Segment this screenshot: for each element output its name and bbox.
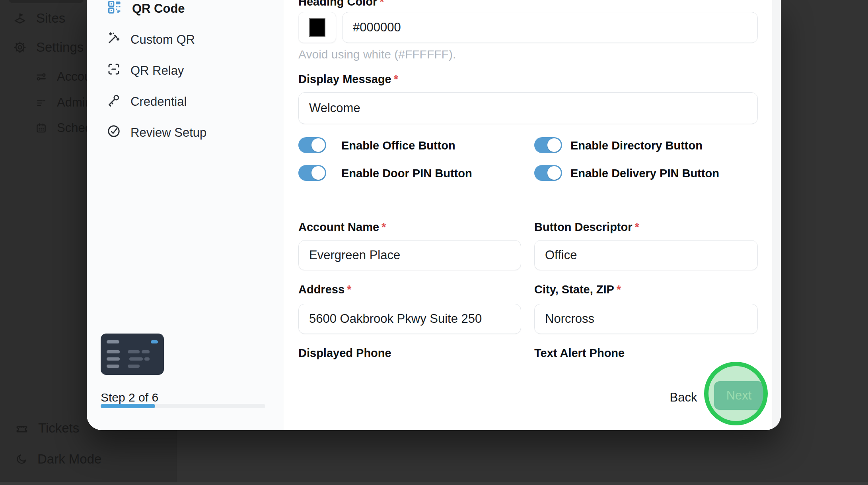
display-message-label: Display Message* (298, 73, 398, 86)
step-counter: Step 2 of 6 (101, 391, 158, 404)
key-icon (107, 93, 121, 111)
thumb-accent-pill (151, 340, 158, 343)
heading-color-hint: Avoid using white (#FFFFFF). (298, 48, 456, 61)
sidebar-item-accounts[interactable]: Accou (35, 65, 91, 89)
address-label: Address* (298, 283, 351, 296)
filter-lines-icon (35, 97, 47, 109)
wizard-step-label: QR Code (132, 2, 185, 16)
wizard-progress-bar (101, 404, 265, 408)
heading-color-swatch[interactable] (298, 12, 336, 43)
sidebar-item-dark-mode[interactable]: Dark Mode (15, 447, 101, 471)
sidebar-item-label: Sites (36, 11, 65, 26)
toggle-knob (547, 138, 561, 152)
displayed-phone-label: Displayed Phone (298, 347, 391, 360)
required-asterisk: * (635, 221, 639, 233)
thumb-line (107, 357, 120, 361)
sidebar-item-administration[interactable]: Admini (35, 91, 95, 114)
screen: Sites Settings Accou (0, 0, 868, 485)
thumb-line (107, 340, 119, 343)
ticket-icon (15, 421, 29, 435)
step-preview-thumbnail (101, 334, 164, 375)
account-name-label: Account Name* (298, 221, 386, 234)
heading-color-label: Heading Color* (298, 0, 384, 8)
enable-door-pin-toggle[interactable] (298, 165, 326, 181)
sidebar-item-settings[interactable]: Settings (13, 35, 84, 59)
qr-code-icon (107, 0, 123, 18)
required-asterisk: * (394, 73, 398, 85)
enable-directory-toggle[interactable] (534, 137, 562, 153)
setup-wizard-modal: QR Code Custom QR (87, 0, 781, 430)
sites-map-flag-icon (13, 12, 27, 25)
sidebar-item-tickets[interactable]: Tickets (15, 416, 79, 440)
toggle-knob (311, 166, 325, 180)
toggle-knob (311, 138, 325, 152)
sidebar-item-label: Tickets (38, 421, 79, 436)
wizard-steps-panel: QR Code Custom QR (87, 0, 284, 430)
modal-scrollbar-track[interactable] (772, 0, 781, 430)
calendar-icon (35, 122, 47, 134)
sidebar-item-label: Dark Mode (37, 452, 101, 467)
button-descriptor-input[interactable] (534, 240, 758, 270)
city-state-zip-input[interactable] (534, 304, 758, 334)
check-circle-icon (107, 124, 121, 142)
thumb-line (128, 365, 140, 368)
thumb-line (107, 350, 120, 353)
sidebar-active-item-partial (9, 0, 84, 3)
enable-directory-label: Enable Directory Button (570, 139, 703, 152)
enable-office-label: Enable Office Button (341, 139, 455, 152)
thumb-line (144, 357, 150, 361)
wizard-step-credential[interactable]: Credential (87, 89, 284, 114)
thumb-line (129, 357, 143, 361)
account-name-input[interactable] (298, 240, 521, 270)
toggle-knob (547, 166, 561, 180)
sliders-icon (35, 71, 47, 83)
page-bottom-strip (0, 482, 868, 485)
wizard-step-label: QR Relay (130, 64, 184, 78)
enable-delivery-pin-toggle[interactable] (534, 165, 562, 181)
wizard-step-label: Custom QR (130, 33, 195, 47)
required-asterisk: * (617, 283, 621, 296)
enable-office-toggle[interactable] (298, 137, 326, 153)
thumb-line (142, 350, 150, 353)
wizard-step-label: Credential (130, 95, 187, 109)
address-input[interactable] (298, 304, 521, 334)
required-asterisk: * (381, 221, 386, 233)
wizard-progress-fill (101, 404, 155, 408)
wizard-step-qr-relay[interactable]: QR Relay (87, 58, 284, 83)
scan-frame-icon (107, 62, 121, 80)
wizard-step-qr-code[interactable]: QR Code (87, 0, 284, 21)
enable-delivery-pin-label: Enable Delivery PIN Button (570, 167, 719, 180)
required-asterisk: * (347, 283, 351, 296)
moon-icon (15, 453, 28, 466)
next-button[interactable]: Next (714, 381, 764, 410)
wizard-step-custom-qr[interactable]: Custom QR (87, 27, 284, 52)
enable-door-pin-label: Enable Door PIN Button (341, 167, 472, 180)
text-alert-phone-label: Text Alert Phone (534, 347, 625, 360)
color-swatch-preview (309, 18, 325, 37)
required-asterisk: * (380, 0, 384, 8)
gear-icon (13, 41, 27, 54)
city-state-zip-label: City, State, ZIP* (534, 283, 621, 296)
sidebar-item-label: Settings (36, 40, 84, 55)
heading-color-input[interactable] (342, 12, 758, 43)
thumb-line (128, 350, 140, 353)
button-descriptor-label: Button Descriptor* (534, 221, 639, 234)
back-button[interactable]: Back (666, 389, 701, 406)
thumb-line (107, 365, 119, 368)
wizard-step-label: Review Setup (130, 126, 206, 140)
display-message-input[interactable] (298, 92, 758, 124)
wizard-step-review-setup[interactable]: Review Setup (87, 120, 284, 145)
magic-wand-icon (107, 31, 121, 48)
sidebar-item-sites[interactable]: Sites (13, 6, 65, 30)
sidebar-item-label: Accou (57, 70, 91, 84)
wizard-form (284, 0, 781, 430)
